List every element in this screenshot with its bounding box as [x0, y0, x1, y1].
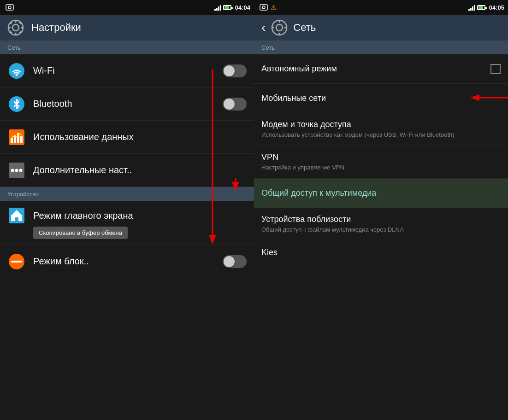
svg-rect-36	[279, 33, 280, 35]
home-screen-item[interactable]: Режим главного экрана Скопировано в буфе…	[0, 201, 254, 245]
right-signal-icon	[468, 4, 475, 11]
right-app-header: ‹ Сеть	[254, 15, 508, 41]
svg-rect-38	[284, 27, 287, 29]
airplane-mode-checkbox[interactable]	[490, 64, 501, 74]
nearby-devices-subtitle: Общий доступ к файлам мультимедиа через …	[261, 226, 404, 234]
mobile-networks-label: Мобильные сети	[261, 93, 501, 103]
warning-icon: ⚠	[271, 4, 277, 11]
svg-rect-35	[279, 20, 280, 23]
bluetooth-icon	[7, 95, 26, 113]
photo-icon	[6, 4, 14, 11]
signal-icon	[214, 4, 221, 11]
status-icons-right: 04:05	[468, 4, 504, 11]
bluetooth-toggle-knob	[224, 99, 235, 110]
right-photo-icon	[260, 4, 268, 11]
wifi-item[interactable]: Wi-Fi	[0, 54, 254, 88]
left-section-network-label: Сеть	[7, 44, 21, 51]
airplane-mode-label: Автономный режим	[261, 64, 490, 74]
svg-rect-7	[21, 27, 23, 29]
data-usage-icon	[7, 128, 26, 146]
left-section-device: Устройство	[0, 187, 254, 201]
tethering-subtitle: Использовать устройство как модем (через…	[261, 131, 455, 139]
svg-rect-5	[15, 33, 17, 35]
media-sharing-item[interactable]: Общий доступ к мультимедиа	[254, 179, 508, 208]
home-screen-label: Режим главного экрана	[33, 210, 247, 221]
right-header-title: Сеть	[293, 22, 316, 34]
svg-point-25	[19, 169, 23, 172]
vpn-subtitle: Настройка и управление VPN	[261, 163, 344, 172]
right-battery-icon	[477, 5, 485, 10]
home-screen-icon	[7, 206, 26, 225]
kies-label: Kies	[261, 248, 501, 257]
svg-point-1	[8, 6, 11, 9]
svg-rect-0	[6, 5, 13, 10]
left-status-time: 04:04	[235, 4, 250, 11]
block-mode-item[interactable]: Режим блок..	[0, 245, 254, 278]
svg-rect-37	[272, 27, 274, 29]
bluetooth-label: Bluetooth	[33, 99, 223, 109]
left-section-network: Сеть	[0, 41, 254, 54]
wifi-icon	[7, 62, 26, 80]
block-mode-toggle[interactable]	[223, 255, 247, 268]
right-panel: ⚠ 04:05 ‹ Сеть Сеть	[254, 0, 508, 420]
left-panel: 04:04 Настройки Сеть	[0, 0, 254, 420]
wifi-toggle-knob	[224, 65, 235, 76]
left-status-bar: 04:04	[0, 0, 254, 15]
vpn-item[interactable]: VPN Настройка и управление VPN	[254, 146, 508, 179]
more-settings-label: Дополнительные наст..	[33, 165, 247, 175]
settings-gear-icon	[7, 19, 24, 36]
back-button[interactable]: ‹	[261, 20, 266, 35]
svg-point-3	[12, 24, 19, 31]
media-sharing-label: Общий доступ к мультимедиа	[261, 188, 501, 198]
svg-point-32	[262, 6, 265, 9]
tethering-item[interactable]: Модем и точка доступа Использовать устро…	[254, 113, 508, 146]
mobile-networks-item[interactable]: Мобильные сети	[254, 84, 508, 113]
vpn-label: VPN	[261, 152, 501, 162]
wifi-label: Wi-Fi	[33, 65, 223, 76]
battery-icon	[223, 5, 231, 10]
bluetooth-toggle[interactable]	[223, 98, 247, 111]
left-app-header: Настройки	[0, 15, 254, 41]
kies-item[interactable]: Kies	[254, 241, 508, 264]
right-section-network: Сеть	[254, 41, 508, 54]
block-mode-toggle-knob	[224, 256, 235, 267]
svg-point-12	[9, 63, 24, 79]
tethering-label: Модем и точка доступа	[261, 120, 501, 129]
right-settings-gear-icon	[271, 19, 288, 36]
nearby-devices-label: Устройства поблизости	[261, 215, 501, 224]
block-mode-icon	[7, 252, 26, 271]
more-settings-item[interactable]: Дополнительные наст..	[0, 154, 254, 187]
airplane-mode-item[interactable]: Автономный режим	[254, 54, 508, 84]
nearby-devices-item[interactable]: Устройства поблизости Общий доступ к фай…	[254, 208, 508, 241]
wifi-toggle[interactable]	[223, 64, 247, 77]
bluetooth-item[interactable]: Bluetooth	[0, 88, 254, 121]
svg-point-24	[15, 169, 18, 172]
svg-point-23	[11, 169, 14, 172]
svg-point-13	[16, 73, 18, 76]
data-usage-item[interactable]: Использование данных	[0, 121, 254, 154]
svg-rect-21	[20, 136, 23, 143]
more-settings-icon	[7, 161, 26, 180]
svg-rect-4	[15, 20, 17, 23]
left-header-title: Настройки	[31, 22, 81, 34]
right-section-network-label: Сеть	[261, 44, 275, 51]
right-status-bar: ⚠ 04:05	[254, 0, 508, 15]
data-usage-label: Использование данных	[33, 132, 247, 142]
svg-point-34	[276, 24, 283, 31]
svg-rect-31	[260, 5, 267, 10]
right-status-time: 04:05	[489, 4, 504, 11]
block-mode-label: Режим блок..	[33, 256, 223, 267]
status-icons-left: 04:04	[214, 4, 250, 11]
svg-rect-6	[8, 27, 11, 29]
left-section-device-label: Устройство	[7, 191, 39, 198]
clipboard-tooltip: Скопировано в буфер обмена	[33, 227, 128, 239]
